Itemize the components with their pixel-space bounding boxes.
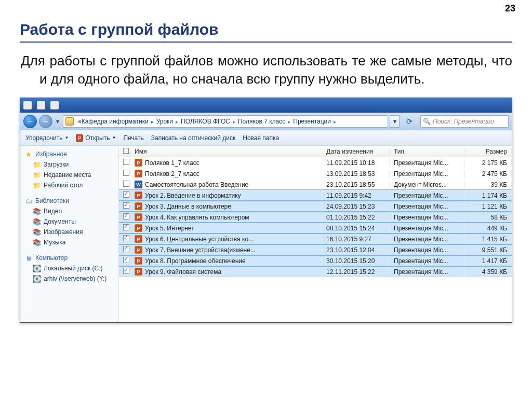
back-button[interactable]: ←	[23, 115, 37, 128]
cell-name[interactable]: PУрок 9. Файловая система	[130, 268, 322, 276]
table-row[interactable]: PУрок 8. Программное обеспечение30.10.20…	[119, 255, 512, 266]
disk-icon: 💽	[33, 275, 41, 283]
cell-size: 39 КБ	[465, 181, 512, 188]
address-dropdown[interactable]: ▾	[390, 115, 400, 128]
cell-name[interactable]: PУрок 4. Как управлять компьютером	[130, 213, 322, 221]
cell-type: Презентация Mic...	[390, 203, 465, 210]
row-checkbox[interactable]	[119, 181, 130, 188]
print-button[interactable]: Печать	[123, 134, 143, 142]
table-row[interactable]: PУрок 3. Данные в компьютере24.09.2015 1…	[119, 201, 512, 212]
checkbox-icon	[123, 170, 129, 176]
sidebar-item[interactable]: 📁Загрузки	[24, 159, 118, 170]
sidebar-item[interactable]: 📚Документы	[24, 216, 118, 227]
table-row[interactable]: PПоляков 2_7 класс13.09.2015 18:53Презен…	[119, 168, 512, 179]
sidebar-item[interactable]: 📚Изображения	[24, 227, 118, 237]
sidebar-item[interactable]: 📁Недавние места	[24, 170, 118, 180]
checkbox-icon	[123, 213, 129, 219]
file-name: Урок 3. Данные в компьютере	[145, 203, 231, 210]
table-row[interactable]: WСамостоятельная работа Введение23.10.20…	[119, 179, 512, 190]
checkbox-icon	[123, 268, 129, 274]
checkbox-icon	[123, 191, 129, 198]
sidebar-favorites-header[interactable]: ★ Избранное	[24, 149, 118, 159]
row-checkbox[interactable]	[119, 224, 130, 232]
row-checkbox[interactable]	[119, 159, 130, 167]
computer-icon: 🖥	[24, 254, 33, 262]
table-row[interactable]: PУрок 7. Внешние устройства(измене...23.…	[119, 244, 512, 255]
sidebar-item[interactable]: 💽arhiv (\\serverweb) (Y:)	[24, 273, 118, 284]
burn-button[interactable]: Записать на оптический диск	[151, 134, 236, 142]
column-name[interactable]: Имя	[130, 148, 322, 155]
cell-type: Презентация Mic...	[390, 170, 465, 177]
powerpoint-icon: P	[135, 202, 142, 210]
chevron-right-icon: ▸	[288, 119, 290, 125]
history-dropdown[interactable]: ▾	[55, 118, 61, 125]
folder-icon	[65, 117, 74, 126]
table-row[interactable]: PПоляков 1_7 класс11.09.2015 10:18Презен…	[119, 157, 512, 168]
row-checkbox[interactable]	[119, 268, 130, 276]
column-size[interactable]: Размер	[465, 148, 512, 155]
sidebar-item[interactable]: 📁Рабочий стол	[24, 180, 118, 190]
cell-name[interactable]: PУрок 6. Центральные устройства ко...	[130, 235, 322, 243]
cell-type: Презентация Mic...	[390, 268, 465, 276]
table-row[interactable]: PУрок 9. Файловая система12.11.2015 15:2…	[119, 266, 512, 277]
cell-name[interactable]: PУрок 8. Программное обеспечение	[130, 257, 322, 265]
new-folder-button[interactable]: Новая папка	[243, 134, 279, 142]
sidebar-libraries-header[interactable]: 🗂 Библиотеки	[24, 196, 118, 206]
sidebar-item[interactable]: 💽Локальный диск (C:)	[24, 263, 118, 273]
cell-date: 30.10.2015 15:20	[322, 257, 390, 265]
cell-date: 11.09.2015 10:18	[322, 159, 390, 167]
breadcrumb-segment[interactable]: Поляков 7 класс	[238, 118, 285, 125]
forward-button[interactable]: →	[39, 115, 52, 128]
open-button[interactable]: P Открыть▼	[76, 134, 116, 142]
cell-name[interactable]: PУрок 2. Введение в информатику	[130, 191, 322, 199]
row-checkbox[interactable]	[119, 213, 130, 221]
cell-name[interactable]: PУрок 3. Данные в компьютере	[130, 202, 322, 210]
file-name: Урок 2. Введение в информатику	[145, 192, 241, 199]
sidebar-item[interactable]: 📚Видео	[24, 206, 118, 216]
window-titlebar[interactable]	[20, 98, 512, 113]
slide-title: Работа с группой файлов	[20, 21, 512, 38]
checkbox-icon	[123, 257, 129, 263]
chevron-right-icon: ▸	[334, 119, 336, 125]
folder-icon: 📁	[33, 160, 41, 169]
cell-size: 1 415 КБ	[465, 236, 512, 243]
row-checkbox[interactable]	[119, 202, 130, 210]
table-row[interactable]: PУрок 6. Центральные устройства ко...16.…	[119, 234, 512, 244]
breadcrumb-segment[interactable]: ПОЛЯКОВ ФГОС	[181, 118, 230, 125]
column-headers[interactable]: Имя Дата изменения Тип Размер	[119, 146, 512, 157]
row-checkbox[interactable]	[119, 170, 130, 177]
cell-name[interactable]: PПоляков 2_7 класс	[130, 170, 322, 177]
row-checkbox[interactable]	[119, 235, 130, 243]
table-row[interactable]: PУрок 4. Как управлять компьютером01.10.…	[119, 212, 512, 223]
checkbox-column[interactable]	[119, 148, 130, 155]
breadcrumb[interactable]: « Кафедра информатики▸Уроки▸ПОЛЯКОВ ФГОС…	[63, 115, 388, 128]
cell-name[interactable]: PУрок 5. Интернет	[130, 224, 322, 232]
refresh-button[interactable]: ⟳	[404, 116, 415, 127]
column-type[interactable]: Тип	[390, 148, 465, 155]
organize-menu[interactable]: Упорядочить▼	[25, 134, 69, 142]
file-name: Урок 7. Внешние устройства(измене...	[145, 246, 256, 254]
sidebar-item[interactable]: 📚Музыка	[24, 237, 118, 248]
column-date[interactable]: Дата изменения	[322, 148, 390, 155]
disk-icon: 💽	[33, 264, 41, 272]
row-checkbox[interactable]	[119, 246, 130, 254]
powerpoint-icon: P	[135, 257, 142, 265]
row-checkbox[interactable]	[119, 257, 130, 265]
search-input[interactable]: 🔍 Поиск: Презентации	[420, 115, 509, 128]
search-icon: 🔍	[423, 118, 431, 125]
row-checkbox[interactable]	[119, 191, 130, 199]
sidebar-computer-header[interactable]: 🖥 Компьютер	[24, 253, 118, 263]
file-list: Имя Дата изменения Тип Размер PПоляков 1…	[119, 146, 512, 322]
cell-type: Презентация Mic...	[390, 225, 465, 232]
cell-name[interactable]: PПоляков 1_7 класс	[130, 159, 322, 167]
breadcrumb-segment[interactable]: Презентации	[293, 118, 331, 125]
breadcrumb-segment[interactable]: Уроки	[156, 118, 173, 125]
checkbox-icon	[123, 224, 129, 230]
table-row[interactable]: PУрок 5. Интернет08.10.2015 15:24Презент…	[119, 223, 512, 234]
cell-date: 01.10.2015 15:22	[322, 214, 390, 221]
cell-name[interactable]: WСамостоятельная работа Введение	[130, 181, 322, 188]
breadcrumb-prefix: «	[78, 118, 82, 125]
breadcrumb-segment[interactable]: Кафедра информатики	[82, 118, 149, 125]
table-row[interactable]: PУрок 2. Введение в информатику11.09.201…	[119, 190, 512, 201]
cell-name[interactable]: PУрок 7. Внешние устройства(измене...	[130, 246, 322, 254]
